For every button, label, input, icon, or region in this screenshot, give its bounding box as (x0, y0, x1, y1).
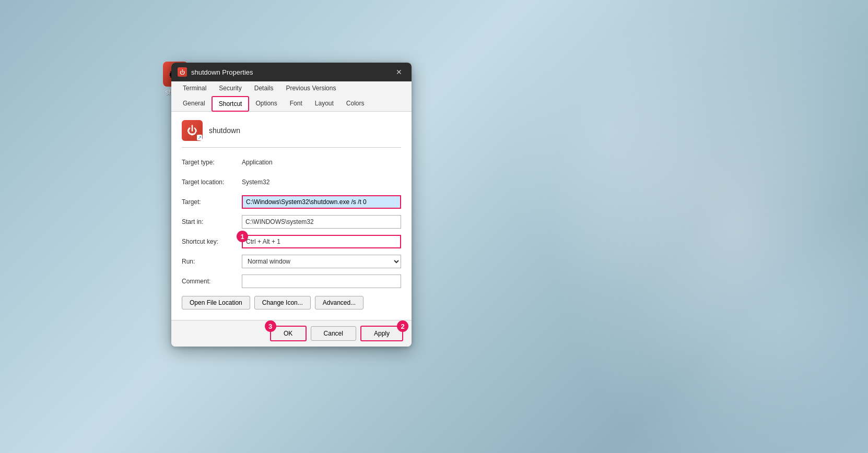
change-icon-button[interactable]: Change Icon... (254, 296, 311, 309)
badge-3: 3 (265, 320, 276, 332)
tabs-row-2: General Shortcut Options Font Layout Col… (171, 96, 412, 111)
shortcut-key-label: Shortcut key: (182, 238, 242, 245)
dialog-titlebar: ⏻ shutdown Properties ✕ (171, 63, 412, 81)
start-in-row: Start in: (182, 214, 401, 229)
app-header: ⏻ shutdown (182, 120, 401, 148)
comment-row: Comment: (182, 274, 401, 289)
tab-layout[interactable]: Layout (309, 96, 340, 111)
dialog-titlebar-icon: ⏻ (178, 67, 187, 77)
target-location-label: Target location: (182, 178, 242, 186)
tabs-row-1: Terminal Security Details Previous Versi… (171, 81, 412, 96)
start-in-input[interactable] (242, 215, 401, 229)
badge-1: 1 (237, 231, 248, 242)
shutdown-properties-dialog: ⏻ shutdown Properties ✕ Terminal Securit… (171, 63, 412, 347)
run-row: Run: Normal windowMinimizedMaximized (182, 254, 401, 269)
open-file-location-button[interactable]: Open File Location (182, 296, 250, 309)
cancel-button[interactable]: Cancel (311, 326, 356, 341)
target-type-row: Target type: Application (182, 155, 401, 170)
ok-wrap: 3 OK (270, 326, 307, 341)
desktop-swirl (0, 0, 868, 453)
tab-colors[interactable]: Colors (340, 96, 371, 111)
run-label: Run: (182, 258, 242, 265)
app-icon-symbol: ⏻ (187, 125, 197, 137)
target-location-row: Target location: System32 (182, 175, 401, 189)
desktop-background (0, 0, 868, 453)
tab-general[interactable]: General (177, 96, 212, 111)
tab-font[interactable]: Font (284, 96, 309, 111)
dialog-title: shutdown Properties (191, 68, 393, 76)
advanced-button[interactable]: Advanced... (315, 296, 363, 309)
badge-2: 2 (397, 320, 408, 332)
tab-details[interactable]: Details (248, 81, 280, 96)
tab-terminal[interactable]: Terminal (177, 81, 213, 96)
app-name: shutdown (209, 126, 240, 135)
tab-options[interactable]: Options (249, 96, 283, 111)
target-location-value: System32 (242, 178, 269, 186)
target-label: Target: (182, 198, 242, 206)
shortcut-key-row: Shortcut key: 1 (182, 234, 401, 249)
target-type-label: Target type: (182, 159, 242, 166)
start-in-label: Start in: (182, 218, 242, 225)
close-button[interactable]: ✕ (393, 66, 405, 78)
dialog-content: ⏻ shutdown Target type: Application Targ… (171, 112, 412, 320)
dialog-footer: 3 OK Cancel 2 Apply (171, 320, 412, 347)
shortcut-key-input[interactable] (242, 235, 401, 248)
tab-shortcut[interactable]: Shortcut (212, 96, 250, 112)
run-select[interactable]: Normal windowMinimizedMaximized (242, 255, 401, 268)
target-row: Target: (182, 195, 401, 209)
tab-security[interactable]: Security (213, 81, 248, 96)
target-type-value: Application (242, 159, 273, 166)
apply-wrap: 2 Apply (360, 326, 403, 341)
comment-label: Comment: (182, 278, 242, 285)
comment-input[interactable] (242, 275, 401, 288)
app-icon: ⏻ (182, 120, 203, 141)
action-buttons: Open File Location Change Icon... Advanc… (182, 296, 401, 309)
tab-previous-versions[interactable]: Previous Versions (279, 81, 342, 96)
tabs-container: Terminal Security Details Previous Versi… (171, 81, 412, 112)
target-input[interactable] (242, 195, 401, 209)
